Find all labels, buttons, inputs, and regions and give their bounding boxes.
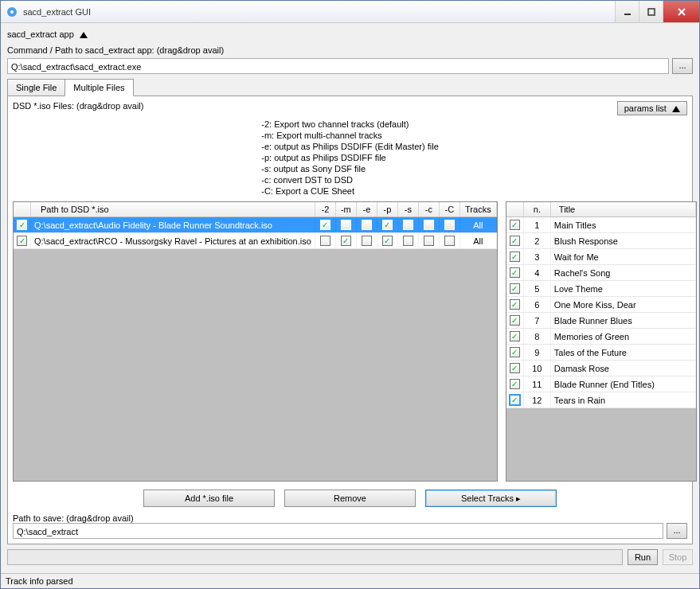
track-title: Damask Rose (551, 361, 696, 376)
iso-row[interactable]: Q:\sacd_extract\RCO - Mussorgsky Ravel -… (14, 233, 497, 249)
checkbox-icon[interactable] (403, 220, 413, 230)
checkbox-icon[interactable] (382, 236, 393, 246)
track-row[interactable]: 9Tales of the Future (506, 345, 696, 361)
checkbox-icon[interactable] (510, 299, 520, 310)
command-label: Command / Path to sacd_extract app: (dra… (7, 42, 693, 58)
checkbox-icon[interactable] (444, 236, 455, 246)
checkbox-icon[interactable] (341, 220, 351, 230)
checkbox-icon[interactable] (362, 220, 372, 230)
app-section-label: sacd_extract app (7, 26, 693, 42)
checkbox-icon[interactable] (320, 220, 330, 230)
checkbox-icon[interactable] (424, 236, 434, 246)
save-path-input[interactable]: Q:\sacd_extract (13, 523, 663, 539)
track-title: Tales of the Future (551, 345, 696, 360)
run-button[interactable]: Run (628, 549, 658, 565)
iso-row[interactable]: Q:\sacd_extract\Audio Fidelity - Blade R… (14, 217, 497, 233)
window-title: sacd_extract GUI (23, 7, 615, 17)
checkbox-icon[interactable] (510, 347, 520, 357)
tracks-cell: All (460, 233, 497, 248)
checkbox-icon[interactable] (320, 236, 330, 246)
checkbox-icon[interactable] (382, 220, 393, 230)
track-row[interactable]: 6One More Kiss, Dear (506, 297, 696, 313)
track-title: Tears in Rain (551, 392, 696, 408)
browse-command-button[interactable]: ... (672, 58, 693, 74)
params-help-text: -2: Export two channel tracks (default) … (261, 119, 439, 197)
iso-path-cell: Q:\sacd_extract\RCO - Mussorgsky Ravel -… (31, 233, 315, 248)
maximize-button[interactable] (639, 1, 663, 22)
save-path-label: Path to save: (drag&drop avail) (13, 513, 687, 523)
iso-grid-header: Path to DSD *.iso -2 -m -e -p -s -c -C T… (14, 202, 497, 217)
select-tracks-button[interactable]: Select Tracks ▸ (425, 490, 557, 507)
svg-rect-3 (648, 9, 655, 15)
iso-path-cell: Q:\sacd_extract\Audio Fidelity - Blade R… (31, 217, 315, 232)
track-number: 4 (524, 265, 551, 280)
track-row[interactable]: 10Damask Rose (506, 361, 696, 376)
track-title: Rachel's Song (551, 265, 696, 280)
track-title: Blush Response (551, 233, 696, 248)
checkbox-icon[interactable] (510, 283, 520, 294)
iso-files-grid[interactable]: Path to DSD *.iso -2 -m -e -p -s -c -C T… (13, 201, 498, 482)
status-bar: Track info parsed (1, 573, 699, 588)
checkbox-icon[interactable] (403, 236, 413, 246)
checkbox-icon[interactable] (362, 236, 372, 246)
checkbox-icon[interactable] (510, 379, 520, 389)
track-row[interactable]: 12Tears in Rain (506, 392, 696, 408)
svg-rect-2 (624, 14, 631, 15)
svg-point-1 (10, 10, 14, 14)
checkbox-icon[interactable] (17, 236, 27, 246)
checkbox-icon[interactable] (510, 395, 520, 405)
track-number: 10 (524, 361, 551, 376)
track-title: Love Theme (551, 281, 696, 296)
app-icon (6, 6, 18, 18)
checkbox-icon[interactable] (17, 220, 27, 230)
checkbox-icon[interactable] (510, 220, 520, 230)
checkbox-icon[interactable] (444, 220, 455, 230)
track-number: 1 (524, 217, 551, 232)
tracks-grid[interactable]: n. Title 1Main Titles2Blush Response3Wai… (506, 201, 697, 482)
track-number: 8 (524, 329, 551, 344)
track-row[interactable]: 4Rachel's Song (506, 265, 696, 281)
close-button[interactable] (663, 1, 699, 22)
tab-single-file[interactable]: Single File (7, 79, 65, 96)
tracks-cell: All (460, 217, 497, 232)
checkbox-icon[interactable] (424, 220, 434, 230)
checkbox-icon[interactable] (510, 236, 520, 246)
track-title: Blade Runner (End Titles) (551, 376, 696, 392)
track-row[interactable]: 7Blade Runner Blues (506, 313, 696, 329)
checkbox-icon[interactable] (510, 267, 520, 278)
track-row[interactable]: 2Blush Response (506, 233, 696, 249)
params-list-button[interactable]: params list (617, 101, 687, 115)
track-number: 7 (524, 313, 551, 328)
track-number: 3 (524, 249, 551, 264)
track-number: 5 (524, 281, 551, 296)
track-number: 2 (524, 233, 551, 248)
tracks-grid-header: n. Title (506, 202, 696, 217)
track-number: 6 (524, 297, 551, 312)
checkbox-icon[interactable] (341, 236, 351, 246)
progress-bar (7, 549, 623, 565)
track-title: Blade Runner Blues (551, 313, 696, 328)
track-row[interactable]: 5Love Theme (506, 281, 696, 297)
checkbox-icon[interactable] (510, 252, 520, 262)
remove-button[interactable]: Remove (284, 490, 416, 507)
track-number: 9 (524, 345, 551, 360)
iso-files-label: DSD *.iso Files: (drag&drop avail) (13, 101, 143, 111)
tab-multiple-files[interactable]: Multiple Files (65, 79, 133, 96)
minimize-button[interactable] (615, 1, 639, 22)
checkbox-icon[interactable] (510, 331, 520, 341)
add-iso-button[interactable]: Add *.iso file (143, 490, 275, 507)
track-row[interactable]: 11Blade Runner (End Titles) (506, 376, 696, 392)
params-collapse-icon (672, 106, 680, 112)
checkbox-icon[interactable] (510, 363, 520, 373)
browse-save-button[interactable]: ... (667, 523, 687, 539)
app-collapse-icon[interactable] (80, 32, 88, 38)
track-row[interactable]: 8Memories of Green (506, 329, 696, 345)
command-path-input[interactable]: Q:\sacd_extract\sacd_extract.exe (7, 58, 669, 74)
stop-button: Stop (663, 549, 693, 565)
track-row[interactable]: 1Main Titles (506, 217, 696, 233)
track-title: Main Titles (551, 217, 696, 232)
checkbox-icon[interactable] (510, 315, 520, 326)
track-title: Memories of Green (551, 329, 696, 344)
track-row[interactable]: 3Wait for Me (506, 249, 696, 265)
title-bar: sacd_extract GUI (1, 1, 699, 23)
